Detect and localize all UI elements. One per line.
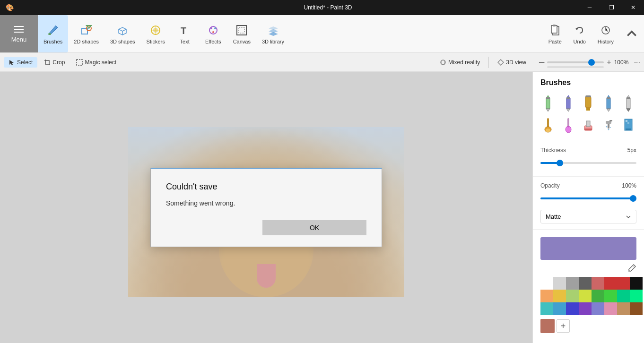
ribbon-text[interactable]: T Text <box>171 15 199 52</box>
brush-calligraphy[interactable] <box>559 94 578 112</box>
svg-rect-15 <box>239 27 244 33</box>
ribbon-3d-shapes[interactable]: 3D shapes <box>104 15 141 52</box>
svg-rect-39 <box>547 118 549 128</box>
color-purple[interactable] <box>592 302 604 315</box>
ribbon-stickers[interactable]: Stickers <box>141 15 171 52</box>
titlebar: 🎨 Untitled* - Paint 3D ─ ❐ ✕ <box>0 0 644 15</box>
eyedropper-row <box>533 264 644 275</box>
main-area: Couldn't save Something went wrong. OK B… <box>0 72 644 343</box>
menu-button[interactable]: Menu <box>0 15 38 52</box>
svg-rect-0 <box>14 26 24 27</box>
color-dark-red[interactable] <box>617 277 630 290</box>
ribbon-3d-library[interactable]: 3D library <box>256 15 290 52</box>
brush-fine-tip[interactable] <box>599 94 618 112</box>
brush-spray[interactable] <box>599 116 618 135</box>
selected-color-swatch[interactable] <box>540 237 636 260</box>
opacity-slider[interactable] <box>540 193 636 204</box>
toolbar-separator-1 <box>488 57 489 68</box>
dialog-buttons: OK <box>166 220 366 235</box>
color-red[interactable] <box>604 277 617 290</box>
svg-rect-17 <box>551 26 557 33</box>
brush-watercolor[interactable] <box>559 116 578 135</box>
restore-button[interactable]: ❐ <box>600 0 622 15</box>
zoom-plus-button[interactable]: + <box>607 58 611 67</box>
svg-point-41 <box>546 129 550 132</box>
brush-eraser[interactable] <box>579 116 598 135</box>
zoom-minus-button[interactable]: ─ <box>539 58 544 67</box>
svg-rect-20 <box>77 60 82 65</box>
color-pink-light[interactable] <box>604 302 617 315</box>
select-label: Select <box>17 59 33 66</box>
zoom-controls: ─ + 100% ··· <box>539 58 640 67</box>
history-button[interactable]: History <box>592 15 619 52</box>
minimize-button[interactable]: ─ <box>579 0 600 15</box>
custom-color-swatch[interactable] <box>540 319 555 333</box>
dialog-title: Couldn't save <box>166 182 366 192</box>
undo-button[interactable]: Undo <box>567 15 592 52</box>
ribbon-brushes[interactable]: Brushes <box>38 15 68 52</box>
color-white[interactable] <box>540 277 553 290</box>
color-yellow[interactable] <box>553 290 566 302</box>
color-sky-blue[interactable] <box>553 302 566 315</box>
brush-pixel[interactable] <box>619 116 638 135</box>
crop-button[interactable]: Crop <box>39 57 70 68</box>
svg-line-58 <box>633 266 635 267</box>
color-light-gray[interactable] <box>553 277 566 290</box>
color-teal[interactable] <box>617 290 630 302</box>
thickness-slider[interactable] <box>540 157 636 169</box>
color-cyan[interactable] <box>540 302 553 315</box>
color-dark-gray[interactable] <box>579 277 592 290</box>
brush-oil[interactable] <box>539 116 557 135</box>
color-spring-green[interactable] <box>630 290 643 302</box>
color-yellow-green[interactable] <box>579 290 592 302</box>
color-light-green[interactable] <box>566 290 579 302</box>
brush-marker[interactable] <box>579 94 598 112</box>
text-label: Text <box>180 39 190 44</box>
dialog-overlay: Couldn't save Something went wrong. OK <box>0 72 532 343</box>
magic-select-button[interactable]: Magic select <box>71 57 121 68</box>
color-bright-green[interactable] <box>604 290 617 302</box>
eyedropper-icon[interactable] <box>627 264 636 273</box>
svg-rect-35 <box>607 97 610 99</box>
color-orange-light[interactable] <box>540 290 553 302</box>
paste-button[interactable]: Paste <box>543 15 567 52</box>
ribbon-effects[interactable]: Effects <box>199 15 227 52</box>
texture-dropdown[interactable]: Matte <box>540 210 636 223</box>
history-label: History <box>598 39 614 44</box>
zoom-slider[interactable] <box>547 61 604 63</box>
dialog-ok-button[interactable]: OK <box>262 220 366 235</box>
svg-rect-31 <box>586 108 590 111</box>
3d-view-button[interactable]: 3D view <box>493 57 531 68</box>
color-tan[interactable] <box>617 302 630 315</box>
color-mid-gray[interactable] <box>566 277 579 290</box>
error-dialog: Couldn't save Something went wrong. OK <box>150 168 382 247</box>
svg-rect-29 <box>566 97 570 99</box>
add-color-button[interactable]: + <box>557 319 570 333</box>
svg-point-13 <box>212 31 214 33</box>
dialog-message: Something went wrong. <box>166 199 366 207</box>
color-brown[interactable] <box>630 302 643 315</box>
color-green[interactable] <box>592 290 604 302</box>
more-options-button[interactable]: ··· <box>634 58 640 67</box>
close-button[interactable]: ✕ <box>622 0 644 15</box>
color-light-red[interactable] <box>592 277 604 290</box>
toolbar-separator-2 <box>535 57 535 68</box>
zoom-percent: 100% <box>614 59 631 66</box>
mixed-reality-button[interactable]: Mixed reality <box>435 57 485 68</box>
color-black[interactable] <box>630 277 643 290</box>
color-purple-blue[interactable] <box>579 302 592 315</box>
svg-text:T: T <box>181 26 186 36</box>
select-button[interactable]: Select <box>4 57 37 68</box>
svg-rect-26 <box>546 97 550 99</box>
brush-thick-pen[interactable] <box>619 94 638 112</box>
brush-pencil[interactable] <box>539 94 557 112</box>
svg-marker-23 <box>498 60 504 65</box>
ribbon-canvas[interactable]: Canvas <box>227 15 256 52</box>
svg-rect-30 <box>585 96 591 108</box>
chevron-up-button[interactable] <box>619 15 644 52</box>
svg-point-3 <box>48 33 51 35</box>
app-icon: 🎨 <box>6 4 14 11</box>
ribbon-2d-shapes[interactable]: 2D shapes <box>68 15 104 52</box>
color-blue[interactable] <box>566 302 579 315</box>
svg-rect-1 <box>14 29 24 30</box>
